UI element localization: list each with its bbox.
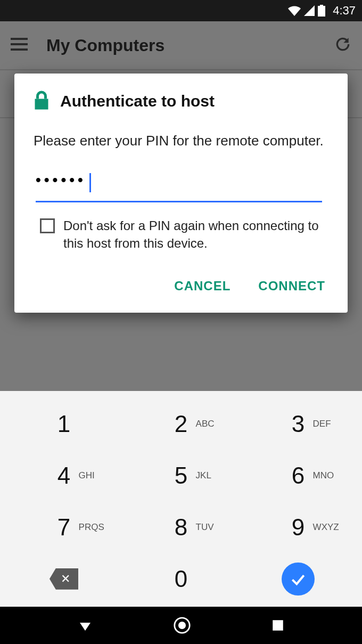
appbar-divider: [0, 69, 362, 70]
remember-pin-label: Don't ask for a PIN again when connectin…: [63, 217, 328, 252]
text-cursor: [89, 173, 91, 192]
status-bar: 4:37: [0, 0, 362, 21]
dialog-body: Please enter your PIN for the remote com…: [34, 131, 328, 150]
cancel-button[interactable]: CANCEL: [171, 272, 234, 300]
cell-signal-icon: [304, 5, 315, 16]
backspace-icon: ✕: [50, 568, 78, 590]
nav-recents-icon[interactable]: [271, 618, 285, 632]
svg-rect-1: [320, 5, 323, 6]
key-3[interactable]: 3DEF: [240, 398, 357, 450]
svg-rect-8: [273, 620, 283, 631]
nav-home-icon[interactable]: [173, 616, 191, 634]
key-9[interactable]: 9WXYZ: [240, 502, 357, 553]
numeric-keypad: 1 2ABC 3DEF 4GHI 5JKL 6MNO 7PRQS 8TUV 9W…: [0, 391, 362, 607]
refresh-icon[interactable]: [334, 36, 351, 55]
svg-point-7: [178, 622, 186, 629]
connect-button[interactable]: CONNECT: [255, 272, 328, 300]
wifi-icon: [288, 5, 301, 16]
lock-icon: [34, 91, 50, 112]
done-check-icon: [282, 563, 315, 596]
status-time: 4:37: [333, 4, 356, 18]
page-title: My Computers: [46, 36, 334, 55]
key-done[interactable]: [240, 553, 357, 605]
key-4[interactable]: 4GHI: [5, 450, 122, 502]
svg-rect-2: [11, 38, 28, 40]
key-backspace[interactable]: ✕: [5, 553, 122, 605]
app-bar: My Computers: [0, 21, 362, 69]
key-6[interactable]: 6MNO: [240, 450, 357, 502]
menu-icon[interactable]: [11, 38, 28, 53]
dialog-header: Authenticate to host: [34, 91, 328, 112]
pin-input[interactable]: ••••••: [36, 172, 322, 202]
key-8[interactable]: 8TUV: [122, 502, 240, 553]
auth-dialog: Authenticate to host Please enter your P…: [14, 74, 348, 313]
dialog-actions: CANCEL CONNECT: [34, 272, 328, 300]
key-0[interactable]: 0: [122, 553, 240, 605]
key-7[interactable]: 7PRQS: [5, 502, 122, 553]
svg-rect-4: [11, 48, 28, 51]
battery-icon: [318, 5, 325, 17]
key-1[interactable]: 1: [5, 398, 122, 450]
checkbox-unchecked-icon[interactable]: [40, 218, 55, 233]
nav-back-icon[interactable]: [77, 617, 93, 633]
system-nav-bar: [0, 607, 362, 644]
pin-mask: ••••••: [36, 172, 86, 188]
key-5[interactable]: 5JKL: [122, 450, 240, 502]
svg-rect-5: [35, 99, 48, 110]
key-2[interactable]: 2ABC: [122, 398, 240, 450]
svg-rect-3: [11, 43, 28, 45]
svg-rect-0: [318, 6, 325, 17]
dialog-title: Authenticate to host: [60, 92, 215, 110]
remember-pin-row[interactable]: Don't ask for a PIN again when connectin…: [40, 217, 328, 252]
